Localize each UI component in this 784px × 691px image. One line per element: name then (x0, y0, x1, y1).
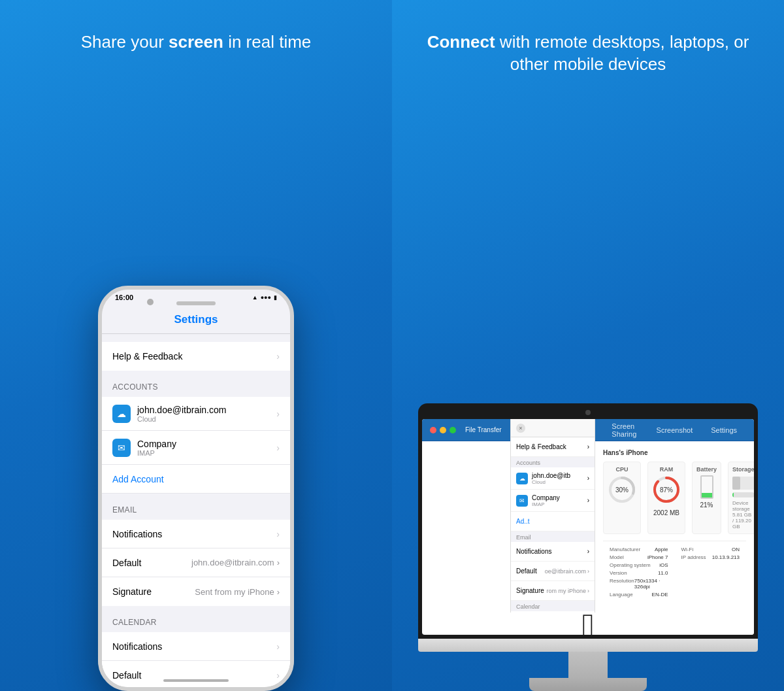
close-traffic-light[interactable] (430, 427, 436, 433)
wifi-key: Wi-Fi (681, 547, 694, 552)
model-key: Model (610, 554, 624, 560)
calendar-header: Calendar (102, 614, 290, 632)
section-divider-3 (102, 494, 290, 501)
apple-logo-imac:  (582, 606, 595, 645)
inner-add-text: Ad..t (516, 518, 530, 525)
left-panel: Share your screen in real time 16:00 ▲ ●… (0, 0, 392, 691)
inner-account2-row[interactable]: ✉ Company IMAP › (511, 490, 595, 512)
battery-tip (704, 475, 710, 477)
battery-label: Battery (696, 466, 717, 473)
resolution-key: Resolution (610, 578, 634, 590)
inner-help-label: Help & Feedback (516, 443, 566, 450)
tab-screenshot[interactable]: Screenshot (647, 419, 702, 441)
imac-mockup: File Transfer Dave's iPhone Dashboard Sc… (405, 403, 771, 691)
cal-notifications-chevron: › (276, 641, 280, 652)
inner-default-label: Default (516, 567, 537, 575)
add-account-button[interactable]: Add Account (102, 465, 290, 494)
help-feedback-label: Help & Feedback (112, 351, 182, 362)
tab-settings[interactable]: Settings (702, 419, 746, 441)
cal-notifications-row[interactable]: Notifications › (102, 632, 290, 661)
inner-help-row[interactable]: Help & Feedback › (511, 437, 595, 457)
default-chevron: › (277, 558, 280, 567)
account1-left: ☁ john.doe@itbrain.com Cloud (112, 405, 226, 423)
right-headline-part2: with remote desktops, laptops, or other … (495, 32, 749, 74)
inner-email-header: Email (511, 531, 595, 542)
right-panel: Connect with remote desktops, laptops, o… (392, 0, 784, 691)
help-feedback-row[interactable]: Help & Feedback › (102, 342, 290, 371)
app-logo-text: File Transfer (465, 426, 502, 433)
inner-signature-row[interactable]: Signature rom my iPhone › (511, 581, 595, 601)
battery-fill (702, 493, 712, 497)
home-indicator (163, 679, 229, 682)
accounts-section: ☁ john.doe@itbrain.com Cloud › ✉ (102, 397, 290, 494)
ip-key: IP address (681, 554, 706, 560)
account2-name: Company (137, 439, 176, 449)
section-divider-1 (102, 334, 290, 342)
cal-notifications-label: Notifications (112, 641, 162, 652)
left-headline-bold: screen (169, 32, 223, 52)
inner-add-account[interactable]: Ad..t (511, 512, 595, 531)
manufacturer-val: Apple (655, 547, 668, 552)
inner-default-value-area: oe@itbrain.com › (545, 568, 589, 575)
account1-type: Cloud (137, 415, 226, 423)
notifications-row[interactable]: Notifications › (102, 520, 290, 548)
wifi-icon: ▲ (252, 294, 258, 301)
wifi-val: ON (732, 547, 740, 552)
minimize-traffic-light[interactable] (440, 427, 446, 433)
storage-used-portion (732, 477, 740, 490)
account1-row[interactable]: ☁ john.doe@itbrain.com Cloud › (102, 397, 290, 431)
cal-default-row[interactable]: Default › (102, 661, 290, 687)
inner-account2-left: ✉ Company IMAP (516, 494, 560, 507)
signature-value-area: Sent from my iPhone › (195, 587, 280, 597)
mail-icon: ✉ (112, 439, 131, 457)
storage-bar-bg (732, 492, 754, 497)
language-key: Language (610, 592, 633, 598)
model-val: iPhone 7 (647, 554, 668, 560)
account1-info: john.doe@itbrain.com Cloud (137, 405, 226, 423)
section-divider-2 (102, 371, 290, 379)
default-row[interactable]: Default john.doe@itbrain.com › (102, 548, 290, 577)
storage-card: Storage Device storage 5.81 GB / 119.20 … (728, 462, 754, 534)
cal-default-chevron: › (276, 670, 280, 681)
iphone-mockup: 16:00 ▲ ●●● ▮ Settings (98, 286, 294, 691)
device-info-section: Manufacturer Apple Model iPhone 7 Operat… (603, 541, 675, 605)
notifications-label: Notifications (112, 529, 162, 539)
inner-account1-row[interactable]: ☁ john.doe@itb Cloud › (511, 467, 595, 490)
imac-stand-base (529, 678, 647, 691)
section-divider-4 (102, 606, 290, 614)
iphone-camera (147, 299, 154, 305)
inner-notifications-label: Notifications (516, 548, 551, 555)
maximize-traffic-light[interactable] (449, 427, 456, 433)
version-key: Version (610, 570, 627, 576)
inner-notifications-row[interactable]: Notifications › (511, 542, 595, 562)
inner-account2-info: Company IMAP (532, 494, 560, 507)
account2-row[interactable]: ✉ Company IMAP › (102, 431, 290, 465)
inner-default-row[interactable]: Default oe@itbrain.com › (511, 562, 595, 581)
ip-val: 10.13.9.213 (712, 554, 740, 560)
inner-settings-list: Help & Feedback › Accounts ☁ john.doe@it… (511, 437, 595, 613)
version-row: Version 11.0 (610, 570, 668, 576)
traffic-lights (430, 427, 456, 433)
settings-nav-bar: Settings (102, 305, 290, 334)
signature-row[interactable]: Signature Sent from my iPhone › (102, 577, 290, 606)
inner-cloud-icon: ☁ (516, 473, 528, 484)
inner-close-btn[interactable]: × (516, 424, 525, 433)
inner-help-chevron: › (587, 443, 589, 450)
help-feedback-section: Help & Feedback › (102, 342, 290, 371)
language-val: EN-DE (652, 592, 668, 598)
account2-type: IMAP (137, 449, 176, 457)
tab-screen-sharing[interactable]: Screen Sharing (602, 419, 647, 441)
cpu-chart: 30% (608, 475, 636, 504)
signature-value: Sent from my iPhone (195, 587, 274, 597)
inner-accounts-header: Accounts (511, 457, 595, 467)
wifi-row: Wi-Fi ON (681, 547, 740, 552)
cpu-label: CPU (608, 466, 636, 473)
right-headline-bold: Connect (427, 32, 495, 52)
cal-default-label: Default (112, 670, 141, 681)
storage-bar-fill (732, 492, 734, 497)
inner-account2-name: Company (532, 494, 560, 501)
battery-card: Battery 21% (692, 462, 721, 534)
inner-account1-name: john.doe@itb (532, 472, 570, 479)
version-val: 11.0 (658, 570, 668, 576)
info-grid: Manufacturer Apple Model iPhone 7 Operat… (603, 541, 746, 605)
